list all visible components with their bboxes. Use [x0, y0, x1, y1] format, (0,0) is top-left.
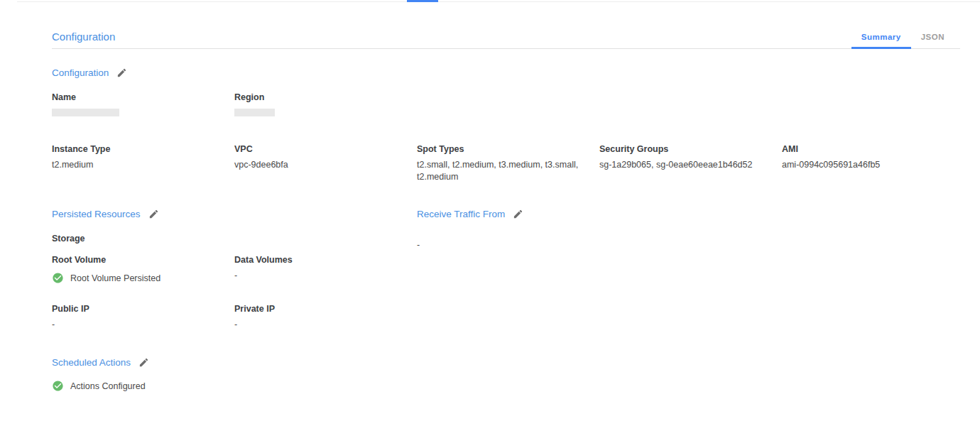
page-header: Configuration Summary JSON	[52, 28, 960, 49]
edit-configuration-icon[interactable]	[116, 67, 127, 78]
private-ip-value: -	[234, 319, 401, 331]
field-vpc: VPC vpc-9dee6bfa	[234, 143, 417, 183]
instance-type-label: Instance Type	[52, 143, 234, 155]
active-tab-indicator-top	[407, 0, 438, 2]
security-groups-label: Security Groups	[599, 143, 782, 155]
data-volumes-label: Data Volumes	[234, 254, 417, 266]
edit-receive-traffic-icon[interactable]	[513, 209, 523, 219]
persisted-resources-link[interactable]: Persisted Resources	[52, 209, 141, 219]
configuration-section-link[interactable]: Configuration	[52, 67, 109, 78]
data-volumes-value: -	[234, 270, 401, 282]
field-data-volumes: Data Volumes -	[234, 254, 417, 284]
root-volume-label: Root Volume	[52, 254, 234, 266]
section-configuration: Configuration Name Region Instance Type …	[52, 67, 960, 183]
ip-row: Public IP - Private IP -	[52, 303, 417, 331]
scheduled-actions-header: Scheduled Actions	[52, 357, 960, 368]
section-persisted-resources: Persisted Resources Storage Root Volume …	[52, 209, 417, 331]
configuration-fields-row2: Instance Type t2.medium VPC vpc-9dee6bfa…	[52, 143, 960, 183]
name-value-redacted	[52, 109, 119, 116]
root-volume-status-text: Root Volume Persisted	[70, 273, 160, 283]
root-volume-status: Root Volume Persisted	[52, 272, 234, 284]
edit-scheduled-actions-icon[interactable]	[138, 357, 149, 368]
receive-traffic-link[interactable]: Receive Traffic From	[417, 209, 505, 219]
public-ip-value: -	[52, 319, 219, 331]
persisted-resources-header: Persisted Resources	[52, 209, 417, 219]
field-instance-type: Instance Type t2.medium	[52, 143, 234, 183]
top-divider	[17, 1, 980, 2]
page-title: Configuration	[52, 31, 115, 48]
receive-traffic-value: -	[417, 240, 701, 250]
scheduled-actions-status-text: Actions Configured	[70, 381, 146, 391]
tab-summary[interactable]: Summary	[851, 28, 911, 48]
middle-sections-row: Persisted Resources Storage Root Volume …	[52, 209, 960, 331]
scheduled-actions-link[interactable]: Scheduled Actions	[52, 357, 131, 368]
vpc-value: vpc-9dee6bfa	[234, 159, 401, 171]
vpc-label: VPC	[234, 143, 417, 155]
field-root-volume: Root Volume Root Volume Persisted	[52, 254, 234, 284]
edit-persisted-resources-icon[interactable]	[148, 209, 159, 219]
tab-json[interactable]: JSON	[911, 28, 954, 48]
view-tabs: Summary JSON	[851, 28, 954, 48]
public-ip-label: Public IP	[52, 303, 234, 315]
volumes-row: Root Volume Root Volume Persisted Data V…	[52, 254, 417, 284]
page-container: Configuration Summary JSON Configuration…	[0, 28, 980, 392]
storage-heading: Storage	[52, 234, 417, 244]
region-value-redacted	[234, 109, 275, 116]
scheduled-actions-status: Actions Configured	[52, 380, 960, 392]
check-circle-icon	[52, 272, 64, 284]
spot-types-value: t2.small, t2.medium, t3.medium, t3.small…	[417, 159, 584, 183]
field-security-groups: Security Groups sg-1a29b065, sg-0eae60ee…	[599, 143, 782, 183]
field-private-ip: Private IP -	[234, 303, 417, 331]
security-groups-value: sg-1a29b065, sg-0eae60eeae1b46d52	[599, 159, 766, 171]
field-spot-types: Spot Types t2.small, t2.medium, t3.mediu…	[417, 143, 599, 183]
configuration-section-header: Configuration	[52, 67, 960, 78]
name-label: Name	[52, 92, 234, 103]
ami-label: AMI	[782, 143, 964, 155]
spot-types-label: Spot Types	[417, 143, 599, 155]
receive-traffic-header: Receive Traffic From	[417, 209, 701, 219]
field-name: Name	[52, 92, 234, 116]
ami-value: ami-0994c095691a46fb5	[782, 159, 949, 171]
section-scheduled-actions: Scheduled Actions Actions Configured	[52, 357, 960, 392]
instance-type-value: t2.medium	[52, 159, 219, 171]
configuration-fields-row1: Name Region	[52, 92, 960, 116]
field-public-ip: Public IP -	[52, 303, 234, 331]
check-circle-icon	[52, 380, 64, 392]
section-receive-traffic-from: Receive Traffic From -	[417, 209, 701, 250]
region-label: Region	[234, 92, 417, 103]
field-region: Region	[234, 92, 417, 116]
field-ami: AMI ami-0994c095691a46fb5	[782, 143, 964, 183]
private-ip-label: Private IP	[234, 303, 417, 315]
